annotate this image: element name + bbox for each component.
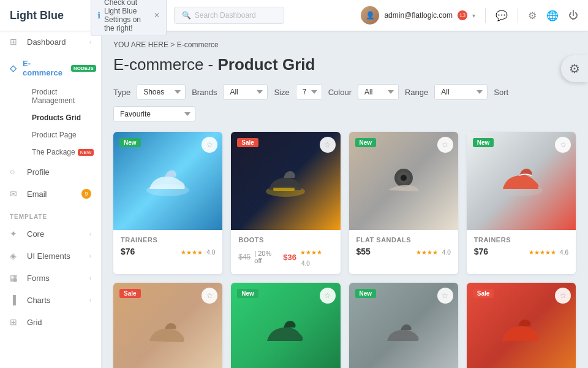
product-name: BOOTS [238, 236, 333, 243]
search-bar[interactable]: 🔍 Search Dashboard [174, 7, 284, 24]
product-info: FLAT SANDALS $55 ★★★★ 4.0 [349, 230, 458, 263]
product-tag-new: New [119, 138, 141, 147]
product-grid: New ☆ TRAINERS $76 ★★★★ 4.0 [113, 132, 576, 368]
product-name: TRAINERS [474, 236, 568, 243]
product-card: New ☆ FLAT SANDALS $55 ★★★★ 4.0 [349, 132, 458, 274]
ui-icon: ◈ [10, 251, 21, 261]
alert-text: Check out Light Blue Settings on the rig… [104, 0, 150, 33]
sidebar-item-forms[interactable]: ▦ Forms ‹ [0, 267, 101, 289]
core-icon: ✦ [10, 229, 21, 239]
app-logo: Light Blue [10, 9, 83, 22]
sidebar-item-core[interactable]: ✦ Core ‹ [0, 223, 101, 245]
page-title: E-commerce - Product Grid [113, 55, 576, 74]
sidebar-item-ui-elements[interactable]: ◈ UI Elements › [0, 245, 101, 267]
sort-select[interactable]: Favourite Price: Low to High Price: High… [113, 106, 195, 122]
globe-icon[interactable]: 🌐 [546, 10, 559, 21]
favourite-button[interactable]: ☆ [555, 137, 571, 153]
product-card: New ☆ SNEAKERS $89 ★★★★ 4.3 [231, 283, 340, 368]
sidebar: ⊞ Dashboard ‹ ◇ E-commerce NodeJS › Prod… [0, 31, 101, 368]
template-section-label: TEMPLATE [0, 205, 101, 223]
top-navigation: Light Blue ℹ Check out Light Blue Settin… [0, 0, 588, 31]
nav-right: 👤 admin@flatlogic.com 13 ▾ 💬 ⚙ 🌐 ⏻ [361, 6, 578, 25]
power-icon[interactable]: ⏻ [568, 10, 578, 21]
sidebar-item-label: E-commerce [23, 59, 62, 77]
new-badge: NEW [78, 149, 94, 156]
main-layout: ⊞ Dashboard ‹ ◇ E-commerce NodeJS › Prod… [0, 31, 588, 368]
svg-rect-2 [273, 188, 295, 191]
sidebar-item-label: Forms [27, 274, 50, 283]
favourite-button[interactable]: ☆ [437, 137, 453, 153]
chevron-down-icon: ▾ [472, 12, 475, 19]
stars: ★★★★ [181, 249, 203, 256]
sidebar-sub-products-grid[interactable]: Products Grid [27, 109, 101, 126]
favourite-button[interactable]: ☆ [320, 288, 336, 304]
chevron-icon: › [89, 253, 91, 259]
notification-count: 13 [458, 10, 467, 20]
product-price: $76 [121, 247, 135, 256]
product-price-old: $45 [238, 253, 251, 261]
content-area: YOU ARE HERE > E-commerce E-commerce - P… [101, 31, 588, 368]
product-discount: | 20% off [254, 250, 279, 264]
search-placeholder: Search Dashboard [195, 11, 256, 20]
charts-icon: ▐ [10, 295, 21, 305]
sidebar-item-grid[interactable]: ⊞ Grid [0, 311, 101, 333]
profile-icon: ○ [10, 167, 21, 177]
email-badge: 9 [81, 189, 91, 199]
product-info: TRAINERS $76 ★★★★ 4.0 [113, 230, 222, 263]
sort-label: Sort [494, 88, 508, 97]
favourite-button[interactable]: ☆ [320, 137, 336, 153]
sidebar-item-email[interactable]: ✉ Email 9 [0, 183, 101, 205]
messages-icon[interactable]: 💬 [496, 10, 508, 21]
product-price-row: $76 ★★★★ 4.0 [121, 246, 215, 257]
sidebar-item-label: Email [27, 190, 47, 199]
ecommerce-submenu: Product Management Products Grid Product… [0, 83, 101, 161]
page-title-light: E-commerce - [113, 55, 217, 74]
rating-value: 4.0 [301, 260, 310, 267]
favourite-button[interactable]: ☆ [555, 288, 571, 304]
user-menu[interactable]: 👤 admin@flatlogic.com 13 ▾ [361, 6, 475, 25]
alert-bar: ℹ Check out Light Blue Settings on the r… [91, 0, 167, 36]
ecommerce-icon: ◇ [10, 63, 17, 73]
type-select[interactable]: Shoes Boots Sandals [137, 84, 186, 100]
colour-label: Colour [328, 88, 352, 97]
product-name: FLAT SANDALS [356, 236, 451, 243]
settings-icon[interactable]: ⚙ [528, 10, 537, 21]
product-tag-new: New [473, 138, 494, 147]
product-tag-new: New [237, 289, 258, 298]
range-select[interactable]: All $0-$50 $50-$100 [434, 84, 488, 100]
stars: ★★★★★ [529, 249, 556, 256]
product-tag-sale: Sale [237, 138, 258, 147]
favourite-button[interactable]: ☆ [437, 288, 453, 304]
brands-select[interactable]: All Nike Adidas [223, 84, 268, 100]
product-info: TRAINERS $76 ★★★★★ 4.6 [467, 230, 576, 263]
sidebar-item-label: UI Elements [27, 251, 70, 261]
rating-value: 4.0 [442, 249, 451, 256]
sidebar-sub-product-management[interactable]: Product Management [27, 83, 101, 109]
chevron-icon: ‹ [89, 297, 91, 304]
chevron-icon: ‹ [89, 39, 91, 45]
sidebar-item-charts[interactable]: ▐ Charts ‹ [0, 289, 101, 311]
product-tag-new: New [355, 289, 377, 298]
admin-name: admin@flatlogic.com [384, 11, 453, 20]
sidebar-item-profile[interactable]: ○ Profile [0, 161, 101, 183]
sidebar-item-ecommerce[interactable]: ◇ E-commerce NodeJS › [0, 53, 101, 83]
page-title-bold: Product Grid [217, 55, 315, 74]
close-alert-button[interactable]: ✕ [154, 11, 160, 20]
size-select[interactable]: 7 8 9 [296, 84, 322, 100]
stars: ★★★★ [416, 249, 438, 256]
fab-settings-button[interactable]: ⚙ [561, 55, 588, 82]
sidebar-item-dashboard[interactable]: ⊞ Dashboard ‹ [0, 31, 101, 53]
sidebar-item-label: Charts [27, 296, 50, 305]
product-price-row: $76 ★★★★★ 4.6 [474, 246, 568, 257]
colour-select[interactable]: All Black White [358, 84, 399, 100]
sidebar-sub-the-package[interactable]: The Package NEW [27, 144, 101, 161]
rating-value: 4.0 [206, 249, 215, 256]
sidebar-item-label: Dashboard [27, 37, 66, 47]
product-price: $55 [356, 247, 371, 256]
product-image-wrap: New ☆ [467, 132, 576, 230]
product-card: Sale ☆ RUNNERS $98 ★★★★★ 4.7 [467, 283, 576, 368]
sidebar-sub-product-page[interactable]: Product Page [27, 126, 101, 144]
product-image-wrap: New ☆ [113, 132, 222, 230]
product-image-wrap: New ☆ [349, 132, 458, 230]
type-label: Type [113, 88, 130, 97]
